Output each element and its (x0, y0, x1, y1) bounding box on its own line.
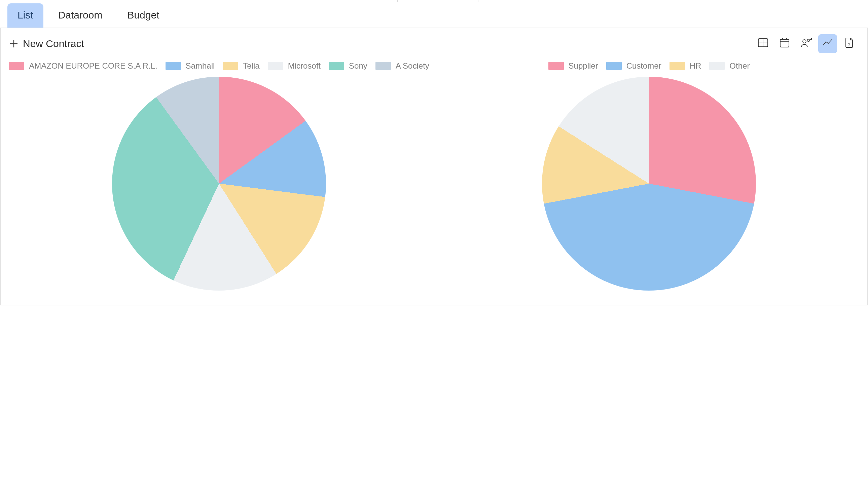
legend-swatch (329, 62, 344, 70)
pie (541, 76, 757, 291)
legend-item-hr[interactable]: HR (670, 61, 702, 71)
legend-label: Telia (243, 61, 259, 71)
legend-swatch (268, 62, 283, 70)
legend-swatch (548, 62, 564, 70)
legend-swatch (375, 62, 391, 70)
legend-label: Customer (626, 61, 661, 71)
legend-swatch (670, 62, 685, 70)
legend-swatch (223, 62, 238, 70)
svg-point-9 (803, 40, 806, 43)
export-xls-button[interactable]: x (840, 34, 859, 53)
legend-label: HR (690, 61, 702, 71)
svg-point-10 (807, 39, 810, 42)
categories-pie-chart: SupplierCustomerHROther (437, 61, 861, 291)
new-contract-button[interactable]: New Contract (9, 38, 84, 50)
legend-item-samhall[interactable]: Samhall (165, 61, 215, 71)
legend-label: A Society (396, 61, 429, 71)
line-chart-icon (822, 37, 833, 51)
export-xls-icon: x (843, 37, 855, 51)
tabs-bar: List Dataroom Budget (0, 3, 868, 28)
people-icon (800, 37, 812, 51)
charts-row: AMAZON EUROPE CORE S.A R.L.SamhallTeliaM… (1, 61, 867, 291)
pie (111, 76, 327, 291)
legend-item-supplier[interactable]: Supplier (548, 61, 598, 71)
tab-budget[interactable]: Budget (117, 3, 169, 28)
legend-label: Microsoft (288, 61, 321, 71)
view-mode-buttons: x (754, 34, 859, 53)
view-table-button[interactable] (754, 34, 772, 53)
legend-swatch (709, 62, 725, 70)
legend-swatch (165, 62, 181, 70)
legend: AMAZON EUROPE CORE S.A R.L.SamhallTeliaM… (9, 61, 429, 71)
legend-label: Sony (349, 61, 367, 71)
legend-item-telia[interactable]: Telia (223, 61, 259, 71)
legend-label: AMAZON EUROPE CORE S.A R.L. (29, 61, 157, 71)
legend-label: Supplier (568, 61, 598, 71)
companies-pie-chart: AMAZON EUROPE CORE S.A R.L.SamhallTeliaM… (7, 61, 431, 291)
table-icon (757, 37, 769, 51)
status-cell: 0 - 30 DAYS (322, 0, 398, 2)
legend-swatch (9, 62, 24, 70)
view-chart-button[interactable] (818, 34, 837, 53)
svg-text:x: x (848, 42, 850, 46)
main-panel: New Contract (0, 28, 868, 305)
calendar-icon (779, 37, 790, 51)
tab-dataroom[interactable]: Dataroom (48, 3, 113, 28)
pie-wrap (541, 76, 757, 291)
view-calendar-button[interactable] (775, 34, 794, 53)
view-people-button[interactable] (797, 34, 815, 53)
tab-list[interactable]: List (7, 3, 43, 28)
status-cell: 31 - 60 DAYS (398, 0, 478, 2)
legend: SupplierCustomerHROther (548, 61, 750, 71)
legend-item-a-society[interactable]: A Society (375, 61, 429, 71)
legend-item-sony[interactable]: Sony (329, 61, 367, 71)
pie-wrap (111, 76, 327, 291)
legend-item-amazon-europe-core-s-a-r-l[interactable]: AMAZON EUROPE CORE S.A R.L. (9, 61, 157, 71)
legend-item-other[interactable]: Other (709, 61, 750, 71)
legend-label: Samhall (186, 61, 215, 71)
legend-item-microsoft[interactable]: Microsoft (268, 61, 321, 71)
status-cell: 61+ DAYS (478, 0, 547, 2)
legend-label: Other (730, 61, 750, 71)
plus-icon (9, 39, 18, 48)
new-contract-label: New Contract (23, 38, 84, 50)
status-row: 0 - 30 DAYS 31 - 60 DAYS 61+ DAYS (0, 0, 868, 3)
toolbar: New Contract (1, 28, 867, 61)
legend-item-customer[interactable]: Customer (606, 61, 661, 71)
svg-rect-5 (780, 39, 789, 47)
legend-swatch (606, 62, 622, 70)
